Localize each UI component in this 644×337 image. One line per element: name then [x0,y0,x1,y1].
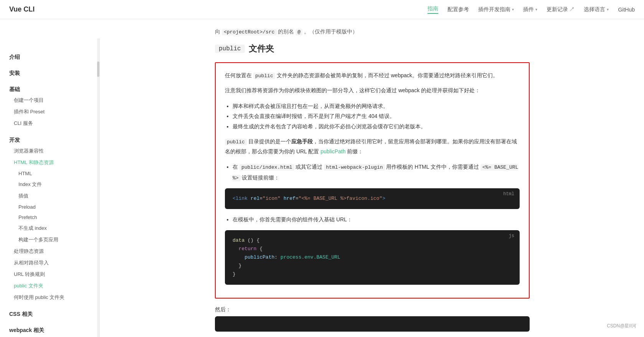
project-root-code: <projectRoot>/src [222,29,277,35]
sidebar-item-preload[interactable]: Preload [0,202,99,212]
sidebar-item-multi-page[interactable]: 构建一个多页应用 [0,234,99,246]
sidebar-section-intro: 介绍 [0,51,99,62]
js-code-block: js data () { return { publicPath: proces… [225,230,520,285]
section-code-tag: public [215,45,245,53]
page-layout: 介绍 安装 基础 创建一个项目 插件和 Preset CLI 服务 开发 浏览器… [0,19,644,337]
public-index-code: public/index.html [239,164,294,171]
warning-block: public 目录提供的是一个应急手段，当你通过绝对路径引用它时，留意应用将会部… [225,137,520,156]
chevron-down-icon: ▾ [607,7,609,12]
public-code2: public [225,139,247,145]
sidebar-item-browser-compat[interactable]: 浏览器兼容性 [0,145,99,157]
benefit-item-2: 文件丢失会直接在编译时报错，而不是到了用户端才产生 404 错误。 [233,111,520,121]
sidebar-item-index-file[interactable]: Index 文件 [0,179,99,190]
nav-links: 指南 配置参考 插件开发指南 ▾ 插件 ▾ 更新记录 ↗ 选择语言 ▾ GitH… [428,5,635,14]
js-bullet-item: 在模板中，你首先需要向你的组件传入基础 URL： [233,214,520,225]
html-code-block: html <link rel="icon" href="<%= BASE_URL… [225,188,520,209]
scrollbar-track[interactable] [97,38,99,337]
nav-link-guide[interactable]: 指南 [428,5,438,14]
sidebar-item-no-index[interactable]: 不生成 index [0,222,99,234]
highlight-box: 任何放置在 public 文件夹的静态资源都会被简单的复制，而不经过 webpa… [215,62,530,299]
sidebar-item-plugins-preset[interactable]: 插件和 Preset [0,106,99,118]
public-code: public [253,73,275,79]
nav-link-plugins[interactable]: 插件 ▾ [523,6,537,13]
sidebar-item-cli-service[interactable]: CLI 服务 [0,118,99,129]
sidebar-section-webpack: webpack 相关 [0,324,99,335]
section-title-text: 文件夹 [249,43,274,55]
site-logo[interactable]: Vue CLI [9,5,35,13]
nav-link-github[interactable]: GitHub [618,7,635,13]
sidebar-item-public-folder[interactable]: public 文件夹 [0,280,99,292]
html-lang-tag: html [503,191,514,197]
sidebar-item-relative-path[interactable]: 从相对路径导入 [0,257,99,269]
html-webpack-plugin-code: html-webpack-plugin [324,164,385,171]
sidebar-item-when-public[interactable]: 何时使用 public 文件夹 [0,292,99,303]
benefit-item-1: 脚本和样式表会被压缩且打包在一起，从而避免额外的网络请求。 [233,101,520,111]
js-code-pre: data () { return { publicPath: process.e… [233,236,512,279]
html-code-pre: <link rel="icon" href="<%= BASE_URL %>fa… [233,194,512,203]
at-alias-code: @ [296,29,302,35]
sidebar-section-basics: 基础 [0,83,99,95]
nav-link-config[interactable]: 配置参考 [447,6,469,13]
nav-link-plugin-dev[interactable]: 插件开发指南 ▾ [478,6,514,13]
footer-watermark: CSDN@星II河 [607,323,636,329]
then-text: 然后： [215,306,530,313]
public-path-link[interactable]: publicPath [320,148,345,154]
sidebar-item-html[interactable]: HTML [0,168,99,179]
sidebar-item-html-static[interactable]: HTML 和静态资源 [0,157,99,168]
js-bullet-text: 在模板中，你首先需要向你的组件传入基础 URL： [225,214,520,225]
chevron-down-icon: ▾ [512,7,514,12]
highlight-para2: 注意我们推荐将资源作为你的模块依赖图的一部分导入，这样它们会通过 webpack… [225,86,520,95]
nav-link-changelog[interactable]: 更新记录 ↗ [547,6,575,13]
bottom-code-block [215,316,530,332]
sidebar-item-url-rules[interactable]: URL 转换规则 [0,269,99,280]
section-heading: public 文件夹 [215,43,530,55]
sidebar-section-dev: 开发 [0,134,99,145]
sidebar-section-install: 安装 [0,67,99,78]
benefits-list: 脚本和样式表会被压缩且打包在一起，从而避免额外的网络请求。 文件丢失会直接在编译… [233,101,520,132]
sidebar-item-prefetch[interactable]: Prefetch [0,212,99,222]
sidebar: 介绍 安装 基础 创建一个项目 插件和 Preset CLI 服务 开发 浏览器… [0,38,100,337]
sidebar-item-create-project[interactable]: 创建一个项目 [0,95,99,106]
main-content: 向 <projectRoot>/src 的别名 @ 。（仅作用于模版中） pub… [200,19,545,337]
sidebar-item-handle-static[interactable]: 处理静态资源 [0,246,99,257]
sidebar-section-css: CSS 相关 [0,308,99,319]
sidebar-item-interpolation[interactable]: 插值 [0,190,99,202]
scrollbar-thumb[interactable] [97,61,99,77]
nav-link-language[interactable]: 选择语言 ▾ [584,6,609,13]
highlight-para1: 任何放置在 public 文件夹的静态资源都会被简单的复制，而不经过 webpa… [225,71,520,80]
chevron-down-icon: ▾ [535,7,537,12]
intro-line: 向 <projectRoot>/src 的别名 @ 。（仅作用于模版中） [215,28,530,35]
js-lang-tag: js [509,233,514,239]
top-navigation: Vue CLI 指南 配置参考 插件开发指南 ▾ 插件 ▾ 更新记录 ↗ 选择语… [0,0,644,19]
html-bullet-text: 在 public/index.html 或其它通过 html-webpack-p… [225,162,520,183]
benefit-item-3: 最终生成的文件名包含了内容哈希，因此你不必担心浏览器会缓存它们的老版本。 [233,121,520,132]
html-bullet-item: 在 public/index.html 或其它通过 html-webpack-p… [233,162,520,183]
